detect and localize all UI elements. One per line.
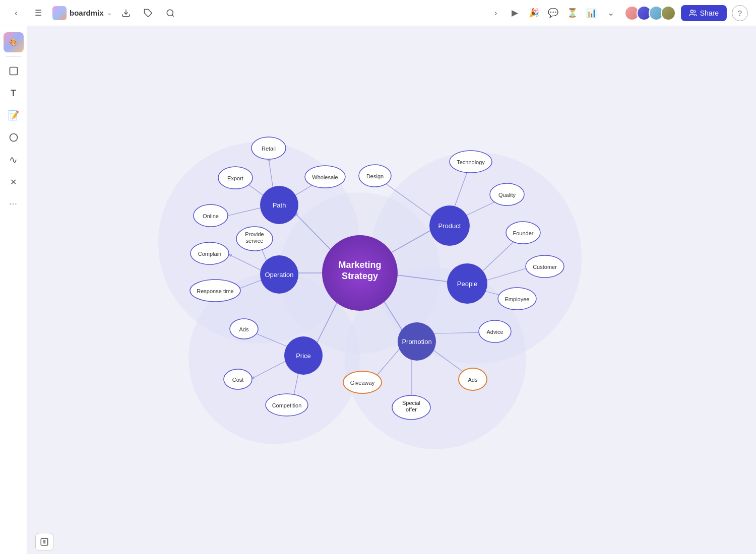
back-button[interactable]: ‹	[8, 5, 24, 21]
brand: boardmix ⌄	[52, 6, 112, 20]
more-icon[interactable]: ⌄	[602, 5, 619, 22]
svg-line-3	[172, 15, 173, 16]
share-button[interactable]: Share	[681, 5, 727, 21]
avatars	[624, 6, 676, 21]
svg-text:offer: offer	[406, 406, 417, 412]
svg-text:Export: Export	[227, 175, 243, 181]
download-button[interactable]	[118, 5, 134, 21]
brand-chevron: ⌄	[107, 10, 112, 17]
help-button[interactable]: ?	[732, 5, 748, 21]
svg-point-4	[690, 10, 693, 13]
svg-text:Competition: Competition	[272, 402, 302, 408]
sidebar-more[interactable]: ···	[4, 194, 24, 214]
brand-name: boardmix	[70, 9, 104, 17]
svg-text:Special: Special	[402, 400, 420, 406]
svg-text:Operation: Operation	[265, 271, 293, 279]
sidebar-text[interactable]: T	[4, 83, 24, 103]
svg-text:Cost: Cost	[232, 377, 244, 383]
svg-point-6	[10, 134, 17, 142]
svg-text:Quality: Quality	[498, 192, 516, 198]
svg-text:Price: Price	[296, 352, 311, 360]
timer-icon[interactable]: ⏳	[564, 5, 581, 22]
svg-text:Marketing: Marketing	[338, 260, 381, 270]
layers-button[interactable]	[35, 533, 53, 551]
tag-button[interactable]	[140, 5, 156, 21]
chart-icon[interactable]: 📊	[583, 5, 600, 22]
sidebar-frame[interactable]	[4, 61, 24, 81]
svg-text:Employee: Employee	[505, 296, 530, 302]
sidebar-pen[interactable]: ∿	[4, 150, 24, 170]
sidebar: 🎨 T 📝 ∿ ✕ ···	[0, 26, 27, 554]
chevron-right-icon[interactable]: ›	[487, 5, 505, 22]
header-right: › ▶ 🎉 💬 ⏳ 📊 ⌄ Share ?	[487, 5, 748, 22]
sidebar-shape[interactable]	[4, 127, 24, 148]
sidebar-divider	[6, 56, 21, 57]
svg-text:Design: Design	[366, 173, 384, 179]
svg-text:Advice: Advice	[486, 329, 503, 335]
play-icon[interactable]: ▶	[507, 5, 524, 22]
header-left: ‹ ☰ boardmix ⌄	[8, 5, 178, 21]
svg-rect-5	[10, 67, 17, 75]
svg-text:Retail: Retail	[262, 146, 276, 152]
svg-text:Giveaway: Giveaway	[350, 380, 375, 386]
menu-button[interactable]: ☰	[30, 5, 46, 21]
svg-text:Path: Path	[273, 201, 286, 209]
svg-text:Complain: Complain	[198, 251, 221, 257]
svg-text:Ads: Ads	[239, 326, 249, 332]
svg-text:Online: Online	[203, 213, 219, 219]
svg-text:Wholesale: Wholesale	[312, 174, 338, 180]
bottom-bar	[27, 530, 756, 554]
svg-text:Response time: Response time	[197, 288, 233, 294]
svg-text:service: service	[246, 238, 264, 244]
sidebar-connector[interactable]: ✕	[4, 172, 24, 192]
comment-icon[interactable]: 💬	[545, 5, 562, 22]
svg-point-2	[167, 10, 173, 16]
avatar-4	[661, 6, 676, 21]
svg-text:Provide: Provide	[245, 231, 264, 237]
svg-text:Technology: Technology	[457, 159, 485, 165]
toolbar-icons: › ▶ 🎉 💬 ⏳ 📊 ⌄	[487, 5, 619, 22]
search-button[interactable]	[162, 5, 178, 21]
svg-text:Strategy: Strategy	[342, 271, 378, 281]
svg-text:Ads: Ads	[468, 377, 478, 383]
svg-text:Product: Product	[438, 222, 461, 230]
brand-icon	[52, 6, 67, 20]
canvas: Marketing Strategy Path Operation Price …	[27, 26, 756, 554]
svg-text:People: People	[457, 280, 477, 288]
header: ‹ ☰ boardmix ⌄ › ▶ 🎉 💬 ⏳ 📊 ⌄	[0, 0, 756, 26]
svg-text:Promotion: Promotion	[402, 338, 431, 345]
mindmap-svg: Marketing Strategy Path Operation Price …	[27, 26, 756, 554]
svg-text:Founder: Founder	[513, 230, 534, 236]
svg-text:Customer: Customer	[533, 264, 557, 270]
share-label: Share	[700, 9, 719, 17]
sidebar-palette[interactable]: 🎨	[4, 32, 24, 52]
sidebar-note[interactable]: 📝	[4, 105, 24, 125]
confetti-icon[interactable]: 🎉	[526, 5, 543, 22]
